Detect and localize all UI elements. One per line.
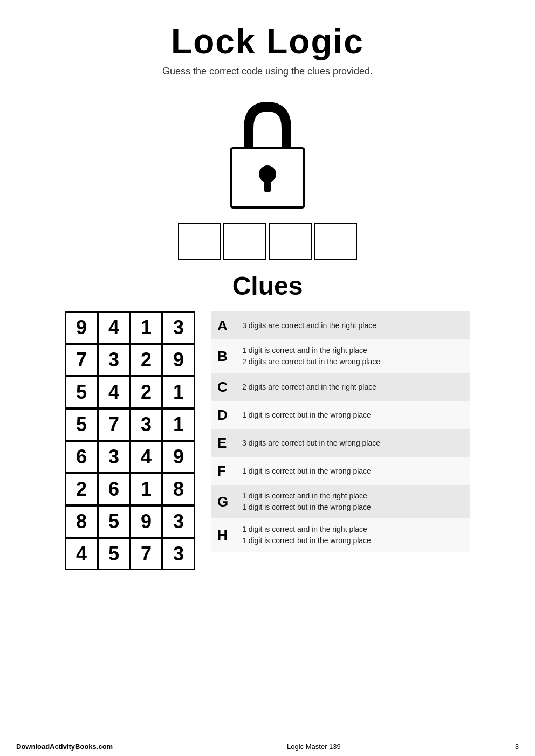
digit-cell: 3 (162, 311, 195, 344)
digit-row: 9413 (65, 311, 195, 344)
clue-row: B1 digit is correct and in the right pla… (211, 339, 470, 373)
digit-cell: 1 (130, 311, 162, 344)
digit-row: 5421 (65, 376, 195, 408)
digit-cell: 2 (65, 473, 98, 505)
clue-text: 2 digits are correct and in the right pl… (242, 382, 376, 393)
digit-cell: 6 (65, 441, 98, 473)
digit-cell: 4 (98, 311, 130, 344)
clue-text: 1 digit is correct but in the wrong plac… (242, 466, 371, 477)
digit-cell: 4 (65, 538, 98, 570)
page-title: Lock Logic (11, 22, 524, 61)
clue-letter: C (217, 379, 237, 396)
main-content: 94137329542157316349261885934573 A3 digi… (0, 311, 535, 570)
clue-letter: D (217, 407, 237, 424)
digit-row: 2618 (65, 473, 195, 505)
clue-text: 3 digits are correct and in the right pl… (242, 320, 376, 331)
digit-cell: 3 (162, 505, 195, 538)
clue-letter: A (217, 317, 237, 334)
svg-point-1 (259, 165, 276, 183)
digit-cell: 2 (130, 344, 162, 376)
clue-letter: F (217, 463, 237, 480)
clue-text: 1 digit is correct but in the wrong plac… (242, 410, 371, 421)
digit-cell: 2 (130, 376, 162, 408)
clue-text: 3 digits are correct but in the wrong pl… (242, 438, 380, 449)
clue-letter: B (217, 348, 237, 365)
digit-cell: 9 (162, 344, 195, 376)
digit-cell: 5 (65, 408, 98, 441)
digit-cell: 7 (130, 538, 162, 570)
clue-text: 1 digit is correct and in the right plac… (242, 345, 380, 367)
lock-container (0, 99, 535, 212)
svg-rect-2 (264, 181, 271, 192)
digit-cell: 4 (130, 441, 162, 473)
digit-cell: 3 (162, 538, 195, 570)
digit-row: 4573 (65, 538, 195, 570)
answer-box-3[interactable] (269, 223, 312, 260)
footer-page-number: 3 (515, 743, 519, 751)
digit-grids: 94137329542157316349261885934573 (65, 311, 195, 570)
digit-cell: 7 (98, 408, 130, 441)
digit-cell: 1 (162, 376, 195, 408)
digit-row: 8593 (65, 505, 195, 538)
clue-row: D1 digit is correct but in the wrong pla… (211, 401, 470, 429)
clue-row: E3 digits are correct but in the wrong p… (211, 429, 470, 457)
footer-website: DownloadActivityBooks.com (16, 743, 113, 751)
digit-cell: 3 (98, 441, 130, 473)
clue-text: 1 digit is correct and in the right plac… (242, 524, 371, 546)
digit-cell: 5 (65, 376, 98, 408)
digit-cell: 7 (65, 344, 98, 376)
clue-row: F1 digit is correct but in the wrong pla… (211, 457, 470, 485)
clue-row: A3 digits are correct and in the right p… (211, 311, 470, 339)
footer-title: Logic Master 139 (287, 743, 341, 751)
digit-cell: 9 (130, 505, 162, 538)
lock-icon (219, 99, 316, 212)
clue-row: C2 digits are correct and in the right p… (211, 373, 470, 401)
digit-cell: 8 (162, 473, 195, 505)
digit-cell: 1 (130, 473, 162, 505)
digit-cell: 5 (98, 538, 130, 570)
answer-box-2[interactable] (223, 223, 266, 260)
page-footer: DownloadActivityBooks.com Logic Master 1… (0, 737, 535, 756)
digit-cell: 3 (98, 344, 130, 376)
digit-cell: 3 (130, 408, 162, 441)
digit-cell: 9 (65, 311, 98, 344)
digit-cell: 1 (162, 408, 195, 441)
clue-row: G1 digit is correct and in the right pla… (211, 485, 470, 518)
page-subtitle: Guess the correct code using the clues p… (11, 66, 524, 77)
digit-cell: 4 (98, 376, 130, 408)
digit-cell: 9 (162, 441, 195, 473)
answer-box-4[interactable] (314, 223, 357, 260)
digit-row: 5731 (65, 408, 195, 441)
digit-cell: 8 (65, 505, 98, 538)
clue-letter: G (217, 494, 237, 510)
clues-list: A3 digits are correct and in the right p… (211, 311, 470, 552)
answer-box-1[interactable] (178, 223, 221, 260)
digit-row: 6349 (65, 441, 195, 473)
clues-heading: Clues (0, 271, 535, 301)
digit-cell: 5 (98, 505, 130, 538)
clue-letter: H (217, 527, 237, 544)
page-header: Lock Logic Guess the correct code using … (0, 0, 535, 82)
clue-row: H1 digit is correct and in the right pla… (211, 518, 470, 552)
answer-boxes (0, 223, 535, 260)
clue-letter: E (217, 435, 237, 452)
clue-text: 1 digit is correct and in the right plac… (242, 490, 371, 513)
digit-row: 7329 (65, 344, 195, 376)
digit-cell: 6 (98, 473, 130, 505)
